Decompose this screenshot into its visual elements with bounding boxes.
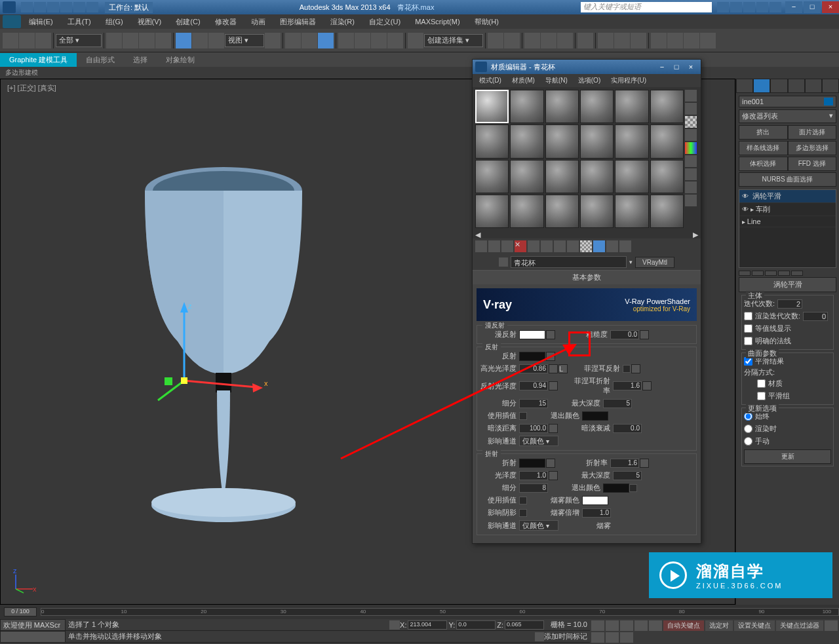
scroll-left-icon[interactable]: ◀: [475, 231, 480, 238]
refl-exit-swatch[interactable]: [582, 411, 608, 421]
menu-help[interactable]: 帮助(H): [468, 16, 505, 28]
menu-modifier[interactable]: 修改器: [208, 16, 243, 28]
teapot2-icon[interactable]: [667, 33, 683, 48]
reset-map-icon[interactable]: ✕: [515, 240, 526, 252]
exchange-icon[interactable]: [743, 2, 755, 12]
render-iter-check[interactable]: [744, 312, 752, 320]
refl-gloss-map[interactable]: [549, 381, 558, 390]
select-icon[interactable]: [106, 33, 122, 48]
schematic-icon[interactable]: [557, 33, 573, 48]
time-slider-thumb[interactable]: 0 / 100: [4, 607, 37, 616]
roughness-map-button[interactable]: [640, 330, 649, 339]
material-id-icon[interactable]: [567, 240, 579, 252]
ior-map[interactable]: [640, 459, 649, 468]
btn-poly-select[interactable]: 多边形选择: [788, 141, 837, 155]
dim-dist-spinner[interactable]: 100.0: [519, 424, 548, 433]
prev-frame-icon[interactable]: [606, 620, 619, 631]
sample-slot[interactable]: [475, 160, 509, 193]
sample-slot[interactable]: [545, 195, 579, 228]
sample-slot[interactable]: [510, 124, 543, 158]
btn-face-select[interactable]: 面片选择: [788, 125, 837, 140]
coord-x[interactable]: 213.004: [408, 620, 447, 630]
isoline-check[interactable]: [744, 324, 752, 333]
menu-graph[interactable]: 图形编辑器: [273, 16, 322, 28]
teapot3-icon[interactable]: [684, 33, 699, 48]
percent-snap-icon[interactable]: [371, 33, 387, 48]
mirror-icon[interactable]: [488, 33, 503, 48]
menu-edit[interactable]: 编辑(E): [22, 16, 60, 28]
update-manual-radio[interactable]: [744, 437, 752, 445]
video-check-icon[interactable]: [685, 142, 697, 154]
ribbon-tab-selection[interactable]: 选择: [124, 53, 157, 67]
nav-zoom-icon[interactable]: [591, 632, 604, 643]
mat-menu-option[interactable]: 选项(O): [574, 75, 604, 86]
menu-view[interactable]: 视图(V): [131, 16, 168, 28]
mat-max-button[interactable]: □: [669, 63, 684, 71]
go-parent-icon[interactable]: [606, 240, 618, 252]
menu-anim[interactable]: 动画: [244, 16, 272, 28]
options-icon[interactable]: [685, 168, 697, 180]
rotate-icon[interactable]: [192, 33, 208, 48]
goto-start-icon[interactable]: [591, 620, 604, 631]
time-track[interactable]: 0102030405060708090100: [41, 608, 839, 616]
qat-open-icon[interactable]: [34, 2, 46, 12]
qat-save-icon[interactable]: [47, 2, 59, 12]
time-slider[interactable]: 0 / 100 0102030405060708090100: [0, 605, 839, 619]
play-icon[interactable]: [620, 620, 633, 631]
object-name-field[interactable]: ine001: [739, 96, 836, 107]
snap-icon[interactable]: [318, 33, 334, 48]
sample-type-icon[interactable]: [685, 90, 697, 102]
sample-slot[interactable]: [545, 124, 579, 158]
explicit-normal-check[interactable]: [744, 337, 752, 345]
fog-color-swatch[interactable]: [582, 496, 608, 505]
time-tag-icon[interactable]: [535, 632, 544, 641]
configure-icon[interactable]: [791, 271, 803, 276]
refr-exit-swatch[interactable]: [603, 483, 629, 493]
ribbon-tab-freeform[interactable]: 自由形式: [77, 53, 124, 67]
menu-render[interactable]: 渲染(R): [324, 16, 361, 28]
qat-redo-icon[interactable]: [73, 2, 85, 12]
refl-gloss-spinner[interactable]: 0.94: [519, 381, 548, 390]
pick-material-icon[interactable]: [499, 257, 508, 267]
btn-extrude[interactable]: 挤出: [739, 125, 788, 140]
sample-slot[interactable]: [475, 124, 509, 158]
select-region-icon[interactable]: [139, 33, 155, 48]
ref-coord[interactable]: 视图 ▾: [225, 34, 264, 47]
signin-icon[interactable]: [730, 2, 742, 12]
refr-affect-combo[interactable]: 仅颜色 ▾: [519, 520, 558, 531]
mat-map-nav-icon[interactable]: [685, 195, 697, 206]
diffuse-map-button[interactable]: [546, 330, 555, 339]
sample-slot[interactable]: [615, 160, 648, 193]
favorites-icon[interactable]: [756, 2, 768, 12]
menu-group[interactable]: 组(G): [99, 16, 130, 28]
setkey-button[interactable]: 设置关键点: [734, 620, 775, 631]
snap3-icon[interactable]: [338, 33, 354, 48]
btn-vol-select[interactable]: 体积选择: [739, 157, 788, 171]
minimize-button[interactable]: −: [785, 1, 802, 13]
bind-icon[interactable]: [35, 33, 51, 48]
scene-geometry[interactable]: z x: [119, 125, 328, 551]
refl-maxdepth-spinner[interactable]: 5: [603, 399, 632, 408]
keyboard-icon[interactable]: [302, 33, 317, 48]
qat-undo-icon[interactable]: [60, 2, 72, 12]
rollout-basic-params[interactable]: 基本参数: [473, 270, 701, 284]
mat-close-button[interactable]: ×: [684, 63, 698, 71]
diffuse-color-swatch[interactable]: [519, 330, 545, 339]
modifier-list-dropdown[interactable]: 修改器列表▾: [739, 109, 836, 123]
named-selection-set[interactable]: 创建选择集 ▾: [424, 34, 483, 47]
sample-slot[interactable]: [580, 195, 614, 228]
fresnel-ior-map[interactable]: [642, 381, 652, 390]
sample-slot[interactable]: [615, 124, 648, 158]
qat-new-icon[interactable]: [21, 2, 33, 12]
sample-slot[interactable]: [580, 124, 614, 158]
sample-slot[interactable]: [510, 90, 543, 123]
move-icon[interactable]: [176, 33, 191, 48]
sample-slot[interactable]: [650, 160, 684, 193]
infocenter-icon[interactable]: [717, 2, 729, 12]
spinner-snap-icon[interactable]: [387, 33, 403, 48]
sample-slot[interactable]: [545, 160, 579, 193]
app-icon[interactable]: [3, 1, 16, 13]
update-render-radio[interactable]: [744, 425, 752, 433]
refl-affect-combo[interactable]: 仅颜色 ▾: [519, 436, 558, 446]
mat-menu-nav[interactable]: 导航(N): [541, 75, 572, 86]
